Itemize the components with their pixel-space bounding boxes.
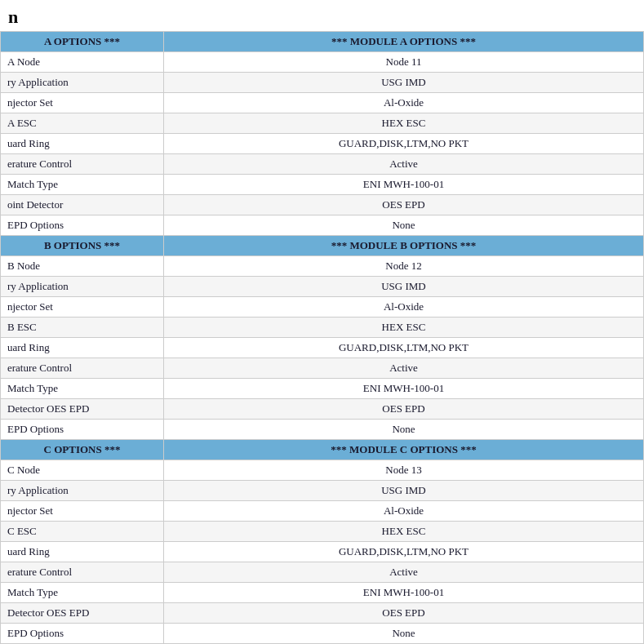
- row-value: ENI MWH-100-01: [164, 175, 644, 195]
- row-label: ry Application: [1, 481, 164, 501]
- table-row: EPD OptionsNone: [1, 420, 644, 440]
- table-row: ry ApplicationUSG IMD: [1, 481, 644, 501]
- table-row: uard RingGUARD,DISK,LTM,NO PKT: [1, 134, 644, 154]
- table-row: A ESCHEX ESC: [1, 113, 644, 134]
- table-row: Match TypeENI MWH-100-01: [1, 583, 644, 603]
- table-row: ry ApplicationUSG IMD: [1, 73, 644, 93]
- table-row: erature ControlActive: [1, 358, 644, 379]
- row-label: ry Application: [1, 73, 164, 93]
- row-value: OES EPD: [164, 399, 644, 420]
- row-label: njector Set: [1, 93, 164, 113]
- row-value: Node 11: [164, 52, 644, 73]
- row-value: Active: [164, 358, 644, 379]
- row-value: GUARD,DISK,LTM,NO PKT: [164, 134, 644, 154]
- table-row: njector SetAl-Oxide: [1, 501, 644, 522]
- row-label: EPD Options: [1, 215, 164, 236]
- row-value: Active: [164, 562, 644, 583]
- row-value: None: [164, 215, 644, 236]
- section-header-label-module-a: A OPTIONS ***: [1, 32, 164, 52]
- row-value: USG IMD: [164, 481, 644, 501]
- table-row: Detector OES EPDOES EPD: [1, 399, 644, 420]
- row-value: Al-Oxide: [164, 93, 644, 113]
- row-label: B ESC: [1, 318, 164, 338]
- row-label: njector Set: [1, 501, 164, 522]
- table-row: erature ControlActive: [1, 154, 644, 175]
- section-header-label-module-c: C OPTIONS ***: [1, 440, 164, 460]
- row-label: njector Set: [1, 297, 164, 318]
- section-header-module-c: C OPTIONS ****** MODULE C OPTIONS ***: [1, 440, 644, 460]
- table-row: uard RingGUARD,DISK,LTM,NO PKT: [1, 542, 644, 562]
- section-header-value-module-c: *** MODULE C OPTIONS ***: [164, 440, 644, 460]
- table-row: njector SetAl-Oxide: [1, 93, 644, 113]
- row-label: A ESC: [1, 113, 164, 134]
- row-label: uard Ring: [1, 542, 164, 562]
- section-header-module-b: B OPTIONS ****** MODULE B OPTIONS ***: [1, 236, 644, 256]
- row-value: HEX ESC: [164, 522, 644, 542]
- row-label: Match Type: [1, 379, 164, 399]
- row-label: ry Application: [1, 277, 164, 297]
- row-value: Al-Oxide: [164, 501, 644, 522]
- main-table: A OPTIONS ****** MODULE A OPTIONS ***A N…: [0, 31, 644, 644]
- row-label: EPD Options: [1, 624, 164, 644]
- table-row: erature ControlActive: [1, 562, 644, 583]
- row-value: Node 12: [164, 256, 644, 277]
- row-value: ENI MWH-100-01: [164, 583, 644, 603]
- row-value: USG IMD: [164, 277, 644, 297]
- row-value: Al-Oxide: [164, 297, 644, 318]
- row-label: Detector OES EPD: [1, 399, 164, 420]
- section-header-module-a: A OPTIONS ****** MODULE A OPTIONS ***: [1, 32, 644, 52]
- table-row: C ESCHEX ESC: [1, 522, 644, 542]
- row-label: A Node: [1, 52, 164, 73]
- table-row: Detector OES EPDOES EPD: [1, 603, 644, 624]
- row-label: erature Control: [1, 562, 164, 583]
- row-label: erature Control: [1, 358, 164, 379]
- row-value: OES EPD: [164, 603, 644, 624]
- row-label: uard Ring: [1, 134, 164, 154]
- table-row: C NodeNode 13: [1, 460, 644, 481]
- table-row: B NodeNode 12: [1, 256, 644, 277]
- row-value: GUARD,DISK,LTM,NO PKT: [164, 542, 644, 562]
- table-row: Match TypeENI MWH-100-01: [1, 379, 644, 399]
- row-value: USG IMD: [164, 73, 644, 93]
- table-row: B ESCHEX ESC: [1, 318, 644, 338]
- row-value: HEX ESC: [164, 318, 644, 338]
- row-value: None: [164, 624, 644, 644]
- row-label: EPD Options: [1, 420, 164, 440]
- page-title: n: [0, 0, 644, 31]
- table-row: A NodeNode 11: [1, 52, 644, 73]
- row-label: Match Type: [1, 175, 164, 195]
- table-row: oint DetectorOES EPD: [1, 195, 644, 215]
- row-value: OES EPD: [164, 195, 644, 215]
- section-header-value-module-b: *** MODULE B OPTIONS ***: [164, 236, 644, 256]
- row-label: C Node: [1, 460, 164, 481]
- row-label: erature Control: [1, 154, 164, 175]
- row-label: C ESC: [1, 522, 164, 542]
- row-label: uard Ring: [1, 338, 164, 358]
- row-label: B Node: [1, 256, 164, 277]
- section-header-label-module-b: B OPTIONS ***: [1, 236, 164, 256]
- table-row: uard RingGUARD,DISK,LTM,NO PKT: [1, 338, 644, 358]
- table-row: Match TypeENI MWH-100-01: [1, 175, 644, 195]
- table-row: EPD OptionsNone: [1, 215, 644, 236]
- row-label: Match Type: [1, 583, 164, 603]
- row-value: Active: [164, 154, 644, 175]
- table-row: EPD OptionsNone: [1, 624, 644, 644]
- row-value: HEX ESC: [164, 113, 644, 134]
- row-value: ENI MWH-100-01: [164, 379, 644, 399]
- table-row: njector SetAl-Oxide: [1, 297, 644, 318]
- row-value: Node 13: [164, 460, 644, 481]
- row-label: Detector OES EPD: [1, 603, 164, 624]
- section-header-value-module-a: *** MODULE A OPTIONS ***: [164, 32, 644, 52]
- row-label: oint Detector: [1, 195, 164, 215]
- table-row: ry ApplicationUSG IMD: [1, 277, 644, 297]
- row-value: GUARD,DISK,LTM,NO PKT: [164, 338, 644, 358]
- row-value: None: [164, 420, 644, 440]
